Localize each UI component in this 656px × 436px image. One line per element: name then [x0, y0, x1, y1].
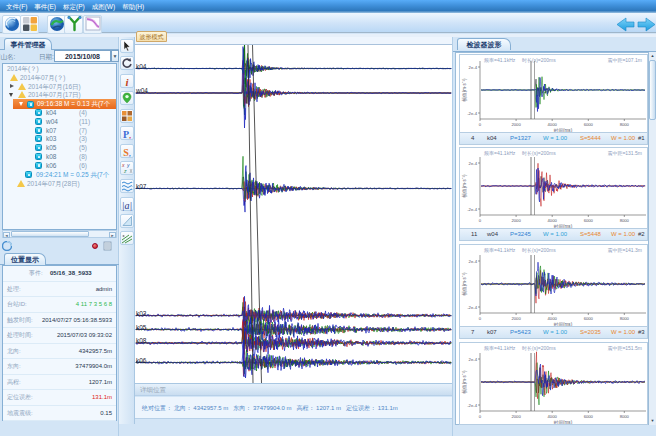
- svg-text:2e-4: 2e-4: [469, 161, 478, 166]
- svg-text:2e-4: 2e-4: [469, 357, 478, 362]
- svg-text:-2e-4: -2e-4: [467, 207, 477, 212]
- svg-text:6000: 6000: [584, 414, 594, 419]
- svg-text:4000: 4000: [548, 218, 558, 223]
- svg-text:幅值(m·sˉ¹): 幅值(m·sˉ¹): [461, 78, 468, 101]
- svg-text:2000: 2000: [511, 316, 521, 321]
- svg-text:4000: 4000: [548, 122, 558, 127]
- svg-text:6000: 6000: [584, 316, 594, 321]
- svg-text:6000: 6000: [584, 122, 594, 127]
- svg-text:2000: 2000: [511, 122, 521, 127]
- svg-text:幅值(m·sˉ¹): 幅值(m·sˉ¹): [461, 272, 468, 295]
- svg-text:-2e-4: -2e-4: [467, 111, 477, 116]
- svg-text:时间(ms): 时间(ms): [554, 128, 573, 133]
- svg-text:0: 0: [479, 414, 482, 419]
- svg-text:0: 0: [479, 316, 482, 321]
- svg-text:8000: 8000: [620, 414, 630, 419]
- svg-text:0: 0: [479, 218, 482, 223]
- svg-text:-2e-4: -2e-4: [467, 305, 477, 310]
- svg-text:2e-4: 2e-4: [469, 65, 478, 70]
- svg-text:y: y: [126, 162, 130, 168]
- svg-text:6000: 6000: [584, 218, 594, 223]
- svg-text:幅值(m·sˉ¹): 幅值(m·sˉ¹): [461, 174, 468, 197]
- svg-text:2000: 2000: [511, 218, 521, 223]
- svg-text:2000: 2000: [511, 414, 521, 419]
- svg-text:-2e-4: -2e-4: [467, 403, 477, 408]
- svg-text:时间(ms): 时间(ms): [554, 420, 573, 425]
- svg-text:4000: 4000: [548, 414, 558, 419]
- svg-text:幅值(m·sˉ¹): 幅值(m·sˉ¹): [461, 370, 468, 393]
- svg-text:4000: 4000: [548, 316, 558, 321]
- svg-text:8000: 8000: [620, 218, 630, 223]
- svg-text:8000: 8000: [620, 316, 630, 321]
- svg-text:时间(ms): 时间(ms): [554, 322, 573, 327]
- svg-text:时间(ms): 时间(ms): [554, 224, 573, 229]
- svg-text:2e-4: 2e-4: [469, 259, 478, 264]
- svg-text:8000: 8000: [620, 122, 630, 127]
- svg-text:z: z: [123, 168, 127, 174]
- svg-text:0: 0: [479, 122, 482, 127]
